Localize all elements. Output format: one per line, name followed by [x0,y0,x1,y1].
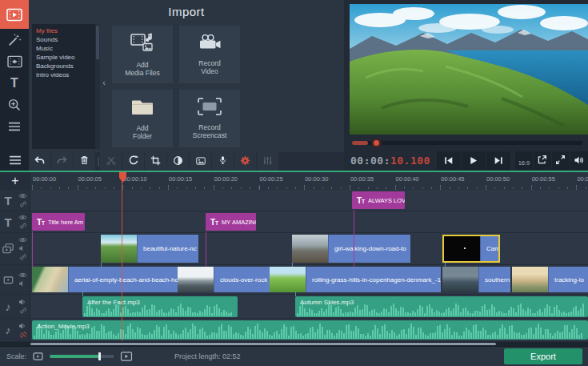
seek-fill [352,141,368,145]
delete-button[interactable] [74,152,95,171]
unpin-player-button[interactable] [534,151,551,170]
zoom-out-clip-icon[interactable] [33,352,43,360]
record-video-button[interactable]: RecordVideo [179,26,240,83]
previous-frame-button[interactable] [437,151,461,170]
preview-video-frame[interactable] [350,4,588,135]
clip-thumbnail [32,267,69,292]
rotate-button[interactable] [122,152,144,171]
seek-bar[interactable] [352,141,582,145]
scale-slider-handle[interactable] [98,352,101,360]
eye-icon[interactable] [18,192,27,199]
clip[interactable]: girl-walking-down-road-to [292,235,410,263]
add-track-button[interactable]: + [0,172,30,190]
clip[interactable]: TTTitle here Am [32,213,85,231]
next-frame-button[interactable] [486,151,510,170]
link-icon[interactable] [19,222,27,230]
mic-icon [218,155,227,169]
speaker-on-icon[interactable] [18,322,27,330]
category-my-files[interactable]: My files [36,26,95,35]
clip[interactable]: tracking-lo [512,267,588,292]
play-button[interactable] [462,151,486,170]
clip[interactable]: Action_Movie.mp3 [32,320,588,340]
clip-label: After the Fact.mp3 [87,299,140,306]
timeline-scroll-thumb[interactable] [30,343,496,345]
color-adjustments-button[interactable] [167,152,189,171]
project-length-label: Project length: [174,352,221,360]
fullscreen-button[interactable] [552,151,570,170]
ruler-label: 00:00:05 [78,175,102,183]
link-line [445,263,446,267]
import-icon [6,8,22,22]
ruler-label: 00:00:40 [396,175,419,183]
scale-slider[interactable] [50,355,114,358]
category-backgrounds[interactable]: Backgrounds [36,62,95,70]
link-broken-icon[interactable] [19,331,27,339]
eye-icon[interactable] [18,271,27,279]
speaker-off-icon[interactable] [18,280,27,288]
link-icon[interactable] [19,307,27,315]
ruler-label: 00:00:35 [350,175,374,183]
video-overlay-type-icon [0,243,16,255]
aspect-ratio-button[interactable]: 16:9 [515,151,533,170]
overlay-video-track-controls [16,236,30,261]
add-folder-button[interactable]: AddFolder [112,90,173,147]
title-track-1-header: T [0,190,30,211]
record-screencast-icon [198,98,222,119]
timeline-menu-button[interactable] [0,152,30,171]
list-scroll-thumb[interactable] [96,26,99,59]
clip-properties-button[interactable] [234,152,256,171]
category-music[interactable]: Music [36,44,95,53]
sidebar-item-transitions[interactable] [0,50,29,72]
redo-button[interactable] [51,152,73,171]
sidebar-item-import[interactable] [0,0,29,29]
record-screencast-button[interactable]: RecordScreencast [179,90,240,147]
record-voice-button[interactable] [212,152,234,171]
speaker-off-icon[interactable] [18,244,27,252]
sidebar-item-more-tools[interactable] [0,115,29,137]
eye-icon[interactable] [18,214,27,221]
split-button[interactable] [100,152,122,171]
record-video-icon [198,34,222,54]
title-track-2-controls [16,214,30,230]
status-bar: Scale: Project length: 02:52 Export [0,346,588,366]
clip[interactable]: aerial-of-empty-beach-and-beach-ho [32,267,178,292]
clip[interactable]: beautiful-nature-nc [101,235,198,263]
clip[interactable]: southern [442,267,510,292]
category-sample-video[interactable]: Sample video [36,53,95,62]
clip[interactable]: rolling-grass-hills-in-copenhagen-denmar… [270,267,441,292]
clip[interactable]: TTALWAYS LOVE [352,191,405,209]
crop-button[interactable] [145,152,166,171]
player-option-buttons: 16:9 [515,151,588,170]
seek-handle[interactable] [371,138,382,148]
sidebar-item-filters[interactable] [0,29,29,50]
eye-icon[interactable] [18,236,27,243]
insert-image-button[interactable] [190,152,211,171]
title-clip-icon: TT [210,218,218,227]
volume-button[interactable] [570,151,588,170]
link-icon[interactable] [19,253,27,261]
collapse-panel-button[interactable]: ‹ [100,74,108,91]
add-media-files-button[interactable]: AddMedia Files [112,26,173,83]
ruler-label: 00:00:55 [532,175,555,183]
clip[interactable]: TTMY AMAZING [206,213,256,231]
category-intro-videos[interactable]: Intro videos [36,70,95,79]
link-icon[interactable] [19,200,27,208]
timeline-ruler[interactable]: 00:00:0000:00:0500:00:1000:00:1500:00:20… [30,172,588,190]
zoom-in-clip-icon[interactable] [120,352,133,361]
clip[interactable]: Autumn Skies.mp3 [295,296,588,317]
clip[interactable]: Camera.m [442,235,500,263]
speaker-on-icon[interactable] [18,298,27,306]
category-sounds[interactable]: Sounds [36,35,95,44]
export-button[interactable]: Export [504,348,582,364]
undo-button[interactable] [29,152,50,171]
clip-label: Autumn Skies.mp3 [300,299,354,306]
audio-levels-button[interactable] [257,152,278,171]
clip[interactable]: After the Fact.mp3 [82,296,238,317]
clip[interactable]: clouds-over-rock [178,267,270,292]
playhead[interactable] [118,172,126,342]
sidebar-item-pan-zoom[interactable] [0,94,29,115]
sidebar-item-titles[interactable]: T [0,72,29,94]
edit-toolbar [29,152,344,171]
link-line [295,292,296,296]
record-screencast-label: RecordScreencast [193,123,227,139]
